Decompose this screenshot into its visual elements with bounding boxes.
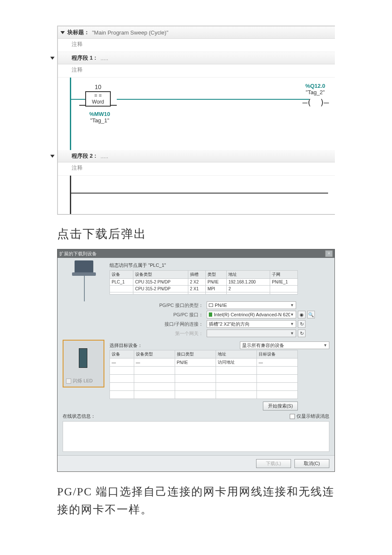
- coil-icon: —( )—: [303, 97, 328, 107]
- collapse-icon[interactable]: [50, 57, 55, 60]
- network2-label: 程序段 2 :: [72, 152, 96, 160]
- compat-filter-select[interactable]: 显示所有兼容的设备 ▼: [240, 341, 329, 349]
- network1-ladder[interactable]: 10 = = Word %MW10 "Tag_1" %Q12.0 "Tag_2"…: [58, 78, 335, 150]
- network2-title[interactable]: .....: [101, 153, 108, 159]
- cell: PN/IE: [175, 358, 216, 367]
- pgpc-interface-select[interactable]: Intel(R) Centrino(R) Advanced-N 6205 驱动……: [207, 311, 296, 318]
- start-search-button[interactable]: 开始搜索(S): [263, 402, 298, 410]
- dialog-title: 扩展的下载到设备: [59, 251, 97, 257]
- subnet-label: 接口/子网的连接：: [156, 321, 203, 327]
- cell: 2 X1: [188, 286, 205, 292]
- pgpc-type-label: PG/PC 接口的类型：: [156, 302, 203, 309]
- interface-icon: [209, 304, 213, 307]
- table-row[interactable]: — — PN/IE 访问地址 —: [110, 358, 298, 367]
- flash-led-label: 闪烁 LED: [73, 378, 92, 384]
- collapse-icon[interactable]: [50, 155, 55, 158]
- gateway-select: ▼: [207, 330, 296, 337]
- configured-nodes-label: 组态访问节点属于 "PLC_1": [110, 262, 329, 269]
- configured-nodes-table: 设备 设备类型 插槽 类型 地址 子网 PLC_1 CPU 315-2 PN/D…: [110, 270, 298, 295]
- nic-icon: [209, 312, 212, 317]
- network1-header[interactable]: 程序段 1 : .....: [58, 52, 335, 64]
- col-target: 目标设备: [257, 350, 297, 358]
- coil-symbol: "Tag_2": [303, 89, 328, 95]
- pgpc-interface-row: PG/PC 接口： Intel(R) Centrino(R) Advanced-…: [156, 311, 329, 318]
- network1-comment[interactable]: 注释: [58, 64, 335, 78]
- block-title-label: 块标题：: [67, 29, 89, 36]
- coil-address: %Q12.0: [303, 83, 328, 89]
- search-button[interactable]: 🔍: [307, 311, 315, 318]
- compare-operand[interactable]: %MW10 "Tag_1": [83, 111, 117, 124]
- pgpc-iface-label: PG/PC 接口：: [156, 312, 203, 318]
- table-row[interactable]: CPU 315-2 PN/DP 2 X1 MPI 2: [110, 286, 298, 292]
- network2-ladder[interactable]: [58, 176, 335, 214]
- online-status-label: 在线状态信息：: [63, 413, 95, 419]
- dialog-titlebar[interactable]: 扩展的下载到设备 ×: [58, 249, 334, 258]
- col-address: 地址: [227, 271, 270, 279]
- compare-op: = =: [88, 92, 108, 99]
- output-coil[interactable]: %Q12.0 "Tag_2" —( )—: [303, 83, 328, 107]
- refresh-button[interactable]: ↻: [298, 320, 306, 328]
- table-row[interactable]: PLC_1 CPU 315-2 PN/DP 2 X2 PN/IE 192.168…: [110, 279, 298, 286]
- wire: [117, 99, 309, 100]
- table-row: [110, 375, 298, 383]
- col-iface: 接口类型: [175, 350, 216, 358]
- chevron-down-icon: ▼: [290, 303, 294, 307]
- col-address: 地址: [216, 350, 257, 358]
- pgpc-type-select[interactable]: PN/IE ▼: [207, 301, 296, 309]
- col-device: 设备: [110, 350, 134, 358]
- laptop-icon: [75, 260, 93, 273]
- cell: [270, 286, 298, 292]
- chevron-down-icon: ▼: [290, 331, 294, 335]
- cancel-button[interactable]: 取消(C): [294, 459, 329, 468]
- block-comment[interactable]: 注释: [58, 39, 335, 52]
- table-header: 设备 设备类型 接口类型 地址 目标设备: [110, 350, 298, 358]
- chevron-down-icon: ▼: [323, 343, 327, 347]
- col-type: 设备类型: [133, 271, 188, 279]
- block-title-row[interactable]: 块标题： "Main Program Sweep (Cycle)": [58, 26, 335, 39]
- chevron-down-icon: ▼: [290, 322, 294, 326]
- errors-only-checkbox[interactable]: [290, 414, 295, 419]
- operand-symbol: "Tag_1": [83, 117, 117, 124]
- cell: PN/IE_1: [270, 279, 298, 286]
- compare-constant[interactable]: 10: [85, 84, 111, 90]
- close-icon[interactable]: ×: [325, 250, 333, 257]
- collapse-icon[interactable]: [61, 31, 65, 34]
- ladder-editor: 块标题： "Main Program Sweep (Cycle)" 注释 程序段…: [57, 26, 335, 215]
- cell: PLC_1: [110, 279, 133, 286]
- cable-icon: [84, 276, 85, 301]
- compare-instruction[interactable]: 10 = = Word: [85, 84, 111, 107]
- errors-only-label: 仅显示错误消息: [297, 413, 329, 419]
- compare-type: Word: [88, 99, 108, 105]
- compare-box[interactable]: = = Word: [85, 91, 111, 107]
- cell: —: [134, 358, 175, 367]
- pgpc-type-row: PG/PC 接口的类型： PN/IE ▼: [156, 301, 329, 309]
- cell: CPU 315-2 PN/DP: [133, 279, 188, 286]
- flash-led-checkbox[interactable]: 闪烁 LED: [66, 378, 92, 384]
- network1-title[interactable]: .....: [101, 55, 108, 61]
- laptop-graphic: [65, 259, 102, 298]
- refresh-button[interactable]: ↻: [298, 330, 306, 337]
- network1-label: 程序段 1 :: [72, 54, 96, 62]
- download-dialog: 扩展的下载到设备 × 组态访问节点属于 "PLC_1" 设备 设备类型 插槽 类…: [57, 249, 335, 472]
- cell: 访问地址: [216, 358, 257, 367]
- configure-button[interactable]: ◉: [298, 311, 306, 318]
- cell: 2: [227, 286, 270, 292]
- col-device: 设备: [110, 271, 133, 279]
- gateway-row: 第一个网关： ▼ ↻: [156, 330, 329, 337]
- network2-header[interactable]: 程序段 2 : .....: [58, 150, 335, 162]
- doc-paragraph-2: PG/PC 端口选择自己连接的网卡用网线连接和无线连接的网卡不一样。: [57, 483, 335, 518]
- cell: 2 X2: [188, 279, 205, 286]
- block-title-value: "Main Program Sweep (Cycle)": [92, 29, 168, 36]
- operand-address: %MW10: [83, 111, 117, 117]
- chevron-down-icon: ▼: [290, 312, 294, 317]
- dialog-footer: 下载(L) 取消(C): [58, 455, 334, 471]
- plc-icon: [79, 348, 87, 368]
- target-device-table: 设备 设备类型 接口类型 地址 目标设备 — — PN/IE 访问地址 —: [110, 350, 298, 399]
- cell: [110, 286, 133, 292]
- wire: [71, 193, 328, 194]
- download-button[interactable]: 下载(L): [256, 459, 291, 468]
- subnet-select[interactable]: 插槽"2 X2"处的方向 ▼: [207, 320, 296, 328]
- status-pane: [63, 421, 329, 452]
- power-rail: [70, 78, 71, 150]
- network2-comment[interactable]: 注释: [58, 162, 335, 176]
